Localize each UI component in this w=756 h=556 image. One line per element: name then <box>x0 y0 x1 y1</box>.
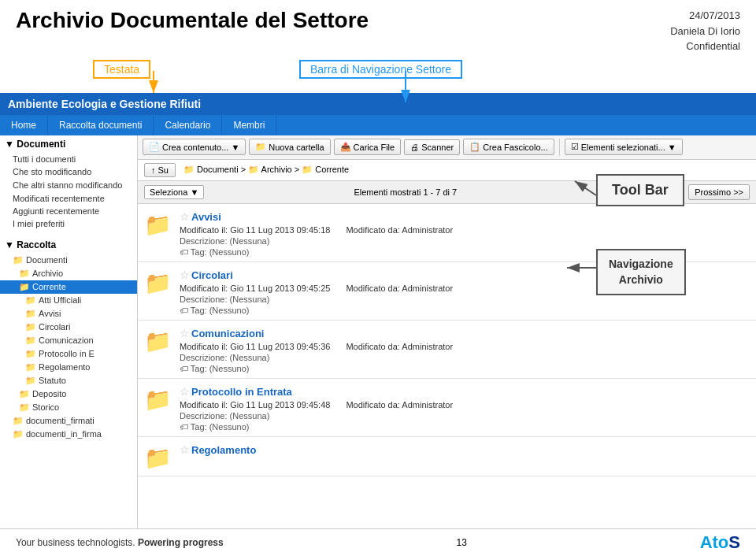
items-showing: Elementi mostrati 1 - 7 di 7 <box>354 187 457 197</box>
sidebar-raccolta-section: ▼ Raccolta 📁Documenti 📁Archivio 📁Corrent… <box>0 236 137 441</box>
select-dropdown[interactable]: Seleziona ▼ <box>144 185 204 199</box>
next-button[interactable]: Prossimo >> <box>688 184 750 200</box>
page-header: Archivio Documentale del Settore 24/07/2… <box>0 0 756 58</box>
tag-icon: 🏷 <box>180 422 188 432</box>
folder-icon: 📁 <box>255 142 266 152</box>
crea-fascicolo-button[interactable]: 📋 Crea Fascicolo... <box>463 139 554 155</box>
nuova-cartella-button[interactable]: 📁 Nuova cartella <box>249 139 330 155</box>
doc-item-regolamento: 📁 ☆Regolamento <box>138 437 756 476</box>
upload-icon: 📤 <box>340 142 351 152</box>
carica-file-button[interactable]: 📤 Carica File <box>334 139 402 155</box>
footer: Your business technologists. Powering pr… <box>0 528 756 556</box>
sidebar-deposito[interactable]: 📁Deposito <box>0 387 137 401</box>
doc-tag: 🏷 Tag: (Nessuno) <box>180 422 750 432</box>
sidebar-documenti-firma[interactable]: 📁documenti_in_firma <box>0 428 137 441</box>
sidebar-storico[interactable]: 📁Storico <box>0 401 137 414</box>
sidebar-aggiunti[interactable]: Aggiunti recentemente <box>0 205 137 217</box>
menu-item-raccolta[interactable]: Raccolta documenti <box>48 115 154 135</box>
doc-folder-icon: 📁 <box>144 328 172 354</box>
doc-item-comunicazioni: 📁 ☆Comunicazioni Modificato il: Gio 11 L… <box>138 321 756 379</box>
doc-name-regolamento[interactable]: Regolamento <box>191 444 256 456</box>
doc-info-comunicazioni: ☆Comunicazioni Modificato il: Gio 11 Lug… <box>180 327 750 373</box>
classification-label: Confidential <box>670 39 740 54</box>
footer-page-number: 13 <box>457 537 467 548</box>
sidebar-statuto[interactable]: 📁Statuto <box>0 374 137 387</box>
folder-icon2: 📁 <box>248 165 259 174</box>
doc-description: Descrizione: (Nessuna) <box>180 236 750 246</box>
doc-description: Descrizione: (Nessuna) <box>180 411 750 421</box>
menu-item-membri[interactable]: Membri <box>222 115 276 135</box>
folder-icon: 📁 <box>25 322 36 332</box>
sidebar-comunicazione[interactable]: 📁Comunicazion <box>0 334 137 347</box>
modified-date: Modificato il: Gio 11 Lug 2013 09:45:18 <box>180 225 330 235</box>
doc-name-circolari[interactable]: Circolari <box>191 269 233 281</box>
breadcrumb: 📁 Documenti > 📁 Archivio > 📁 Corrente <box>183 165 349 175</box>
doc-item-circolari: 📁 ☆Circolari Modificato il: Gio 11 Lug 2… <box>138 262 756 321</box>
sidebar-tutti-documenti[interactable]: Tutti i documenti <box>0 153 137 165</box>
sidebar-avvisi[interactable]: 📁Avvisi <box>0 307 137 321</box>
doc-name-protocollo[interactable]: Protocollo in Entrata <box>191 386 292 398</box>
prev-button[interactable]: < Precedente <box>606 184 671 200</box>
doc-info-protocollo: ☆Protocollo in Entrata Modificato il: Gi… <box>180 385 750 432</box>
doc-name-comunicazioni[interactable]: Comunicazioni <box>191 328 264 339</box>
doc-item-protocollo: 📁 ☆Protocollo in Entrata Modificato il: … <box>138 379 756 437</box>
folder-icon: 📁 <box>19 402 30 412</box>
sidebar-che-altri[interactable]: Che altri stanno modificando <box>0 178 137 192</box>
sidebar-modificati[interactable]: Modificati recentemente <box>0 192 137 205</box>
doc-description: Descrizione: (Nessuna) <box>180 353 750 362</box>
modified-date: Modificato il: Gio 11 Lug 2013 09:45:25 <box>180 284 330 293</box>
main-layout: ▼ Documenti Tutti i documenti Che sto mo… <box>0 135 756 557</box>
sidebar-regolamento[interactable]: 📁Regolamento <box>0 361 137 374</box>
breadcrumb-bar: ↑ Su 📁 Documenti > 📁 Archivio > 📁 Corren… <box>138 160 756 181</box>
tag-icon: 🏷 <box>180 247 188 257</box>
sidebar-raccolta-documenti[interactable]: 📁Documenti <box>0 254 137 267</box>
folder-icon: 📁 <box>13 429 24 439</box>
document-list: 📁 ☆Avvisi Modificato il: Gio 11 Lug 2013… <box>138 204 756 557</box>
folder-icon: 📁 <box>25 295 36 305</box>
crea-contenuto-button[interactable]: 📄 Crea contenuto... ▼ <box>143 139 246 155</box>
testata-annotation: Testata <box>93 60 150 79</box>
modified-by: Modificato da: Administrator <box>346 225 453 235</box>
sidebar-documenti-header: ▼ Documenti <box>0 135 137 153</box>
sidebar-atti[interactable]: 📁Atti Ufficiali <box>0 294 137 307</box>
doc-name-avvisi[interactable]: Avvisi <box>191 211 221 223</box>
doc-meta-avvisi: Modificato il: Gio 11 Lug 2013 09:45:18 … <box>180 225 750 235</box>
toolbar: 📄 Crea contenuto... ▼ 📁 Nuova cartella 📤… <box>138 135 756 160</box>
doc-icon: 📄 <box>149 142 160 152</box>
up-button[interactable]: ↑ Su <box>144 163 176 177</box>
doc-info-circolari: ☆Circolari Modificato il: Gio 11 Lug 201… <box>180 269 750 315</box>
sidebar-circolari[interactable]: 📁Circolari <box>0 321 137 334</box>
modified-date: Modificato il: Gio 11 Lug 2013 09:45:36 <box>180 342 330 351</box>
sidebar-raccolta-corrente[interactable]: 📁Corrente <box>0 280 137 294</box>
doc-folder-icon: 📁 <box>144 445 172 471</box>
scanner-button[interactable]: 🖨 Scanner <box>404 139 460 155</box>
star-icon[interactable]: ☆ <box>180 385 190 398</box>
star-icon[interactable]: ☆ <box>180 269 190 281</box>
star-icon[interactable]: ☆ <box>180 210 190 223</box>
doc-folder-icon: 📁 <box>144 212 172 238</box>
star-icon[interactable]: ☆ <box>180 443 190 456</box>
sidebar-che-sto[interactable]: Che sto modificando <box>0 165 137 178</box>
doc-info-avvisi: ☆Avvisi Modificato il: Gio 11 Lug 2013 0… <box>180 210 750 257</box>
menu-item-home[interactable]: Home <box>0 115 48 135</box>
sidebar: ▼ Documenti Tutti i documenti Che sto mo… <box>0 135 138 557</box>
page-title: Archivio Documentale del Settore <box>16 8 369 33</box>
folder-icon: 📁 <box>19 389 30 398</box>
star-icon[interactable]: ☆ <box>180 327 190 339</box>
toolbar-separator <box>559 139 560 156</box>
atos-text: Ato <box>700 532 729 552</box>
sidebar-documenti-firmati[interactable]: 📁documenti_firmati <box>0 414 137 428</box>
page-number: 1 <box>677 187 682 197</box>
menu-item-calendario[interactable]: Calendario <box>154 115 222 135</box>
folder-icon3: 📁 <box>302 165 313 174</box>
dropdown-icon: ▼ <box>231 143 239 152</box>
folder-icon: 📁 <box>25 309 36 318</box>
sidebar-protocollo[interactable]: 📁Protocollo in E <box>0 347 137 361</box>
elementi-selezionati-button[interactable]: ☑ Elementi selezionati... ▼ <box>565 139 683 155</box>
sidebar-preferiti[interactable]: I miei preferiti <box>0 217 137 230</box>
author-label: Daniela Di Iorio <box>670 24 740 39</box>
dropdown-icon2: ▼ <box>668 143 676 152</box>
items-nav-right: < Precedente 1 Prossimo >> <box>606 184 750 200</box>
sidebar-raccolta-archivio[interactable]: 📁Archivio <box>0 267 137 280</box>
doc-folder-icon: 📁 <box>144 387 172 413</box>
